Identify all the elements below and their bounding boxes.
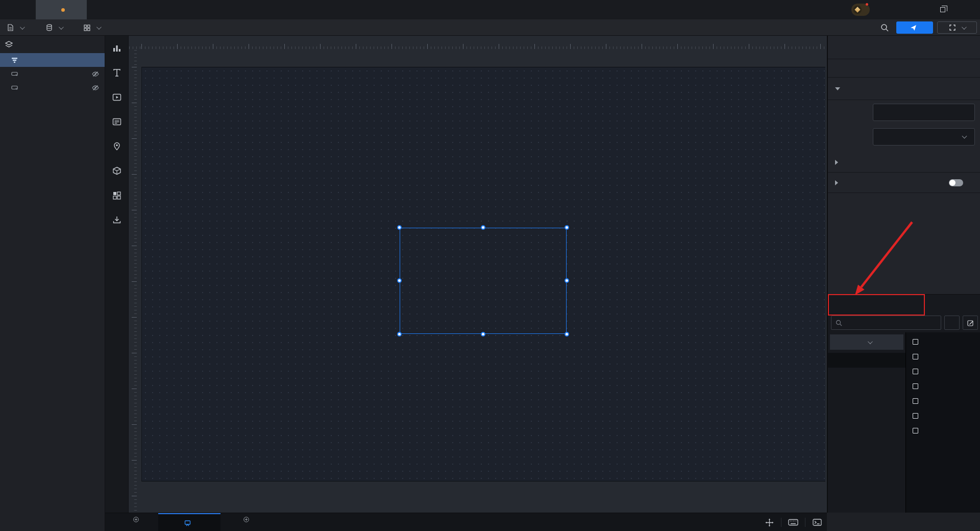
collapse-icon — [835, 87, 840, 90]
value-field-input[interactable] — [879, 133, 959, 140]
dataset-item[interactable] — [828, 368, 905, 382]
tool-local[interactable] — [112, 215, 121, 227]
close-button[interactable] — [958, 0, 977, 19]
puzzle-icon — [112, 191, 121, 200]
checkbox[interactable] — [913, 339, 918, 345]
resize-handle-ne[interactable] — [565, 225, 569, 230]
checkbox[interactable] — [913, 369, 918, 374]
field-row[interactable] — [906, 364, 980, 379]
checkbox[interactable] — [913, 354, 918, 359]
tab-project[interactable] — [36, 0, 87, 19]
layer-item-funnel[interactable] — [0, 53, 105, 67]
tool-media[interactable] — [112, 93, 121, 104]
tool-charts[interactable] — [112, 44, 121, 55]
component-toolbox — [105, 36, 129, 531]
add-data-button[interactable] — [944, 316, 960, 330]
fit-screen-icon — [765, 518, 774, 527]
data-search-box[interactable] — [831, 316, 941, 330]
new-tab-button[interactable] — [88, 0, 100, 19]
dataset-item[interactable] — [828, 456, 905, 471]
publish-button[interactable] — [896, 21, 933, 34]
checkbox[interactable] — [913, 428, 918, 433]
keyboard-icon — [788, 519, 798, 526]
minimize-button[interactable] — [904, 0, 924, 19]
dataset-item[interactable] — [828, 353, 905, 368]
search-icon[interactable] — [878, 21, 891, 34]
resize-handle-e[interactable] — [565, 278, 569, 283]
resize-handle-s[interactable] — [481, 332, 485, 336]
dataset-item[interactable] — [828, 397, 905, 412]
text-icon — [112, 68, 121, 77]
shortcut-keys-button[interactable] — [787, 517, 800, 527]
checkbox[interactable] — [913, 383, 918, 389]
data-linkage-section[interactable] — [828, 152, 980, 173]
menu-operate[interactable] — [84, 19, 100, 36]
console-button[interactable] — [811, 517, 824, 527]
tab-home[interactable] — [6, 0, 33, 19]
fit-screen-button[interactable] — [763, 517, 776, 527]
add-subboard-button[interactable] — [224, 513, 239, 531]
diamond-icon — [853, 6, 862, 14]
ruler-vertical — [129, 49, 137, 513]
canvas-controls — [757, 513, 825, 531]
field-row[interactable] — [906, 379, 980, 394]
field-row[interactable] — [906, 334, 980, 349]
eye-off-icon[interactable] — [91, 70, 100, 78]
category-field-select[interactable] — [873, 104, 975, 121]
preview-button[interactable] — [937, 21, 977, 34]
category-field-input[interactable] — [879, 109, 966, 116]
funnel-icon — [11, 57, 18, 63]
database-icon — [46, 24, 53, 31]
subboard-tab[interactable] — [158, 513, 220, 531]
circle-plus-icon[interactable] — [133, 517, 139, 522]
dataset-item[interactable] — [828, 412, 905, 427]
edit-data-button[interactable] — [963, 316, 978, 330]
bottom-bar — [105, 513, 827, 531]
ruler-horizontal — [129, 36, 827, 49]
field-row[interactable] — [906, 423, 980, 438]
tool-3d[interactable] — [112, 166, 121, 178]
expand-icon — [835, 160, 838, 165]
button-icon — [11, 71, 18, 77]
layer-item-button[interactable] — [0, 81, 105, 94]
foreground-button[interactable] — [132, 513, 139, 531]
chevron-down-icon[interactable] — [962, 134, 967, 139]
tool-widgets[interactable] — [112, 117, 121, 129]
checkbox[interactable] — [913, 398, 918, 404]
tool-kit[interactable] — [112, 191, 121, 202]
dataset-item[interactable] — [828, 442, 905, 456]
data-search-input[interactable] — [845, 319, 937, 326]
field-row[interactable] — [906, 408, 980, 423]
funnel-chart-component[interactable] — [400, 228, 567, 334]
resize-handle-n[interactable] — [481, 225, 485, 230]
checkbox[interactable] — [913, 413, 918, 419]
dataset-item[interactable] — [828, 382, 905, 397]
resize-handle-nw[interactable] — [397, 225, 402, 230]
menu-data[interactable] — [46, 19, 62, 36]
maximize-button[interactable] — [933, 0, 952, 19]
field-row[interactable] — [906, 349, 980, 364]
data-panel-tabs — [828, 295, 980, 313]
background-button[interactable] — [242, 513, 249, 531]
field-settings-header[interactable] — [828, 78, 980, 100]
data-filter-section[interactable] — [828, 173, 980, 193]
fullscreen-icon — [949, 25, 955, 31]
data-source-dropdown[interactable] — [830, 334, 903, 350]
value-field-row — [828, 125, 980, 149]
terminal-icon — [813, 519, 822, 526]
menu-project[interactable] — [7, 19, 23, 36]
dataset-item[interactable] — [828, 427, 905, 442]
resize-handle-se[interactable] — [565, 332, 569, 336]
resize-handle-w[interactable] — [397, 278, 402, 283]
circle-plus-icon[interactable] — [243, 517, 249, 522]
eye-off-icon[interactable] — [91, 84, 100, 92]
custom-service-badge[interactable] — [851, 4, 870, 16]
tool-map[interactable] — [112, 142, 121, 153]
layers-panel — [0, 36, 105, 531]
resize-handle-sw[interactable] — [397, 332, 402, 336]
layer-item-button-copy[interactable] — [0, 67, 105, 81]
filter-toggle[interactable] — [949, 179, 963, 186]
tool-text[interactable] — [112, 68, 121, 80]
value-field-select[interactable] — [873, 128, 975, 146]
field-row[interactable] — [906, 394, 980, 408]
